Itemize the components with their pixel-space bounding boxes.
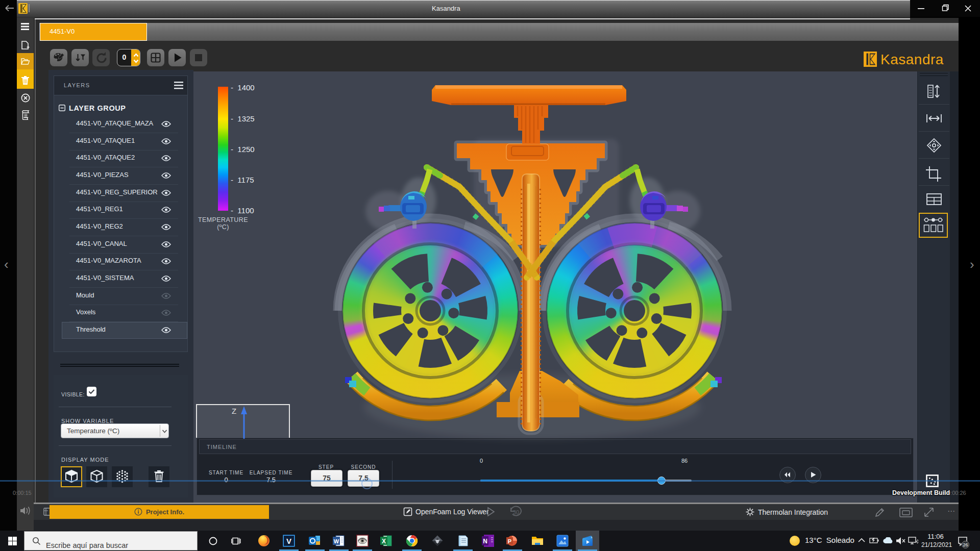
svg-text:P: P xyxy=(508,538,511,544)
svg-text:W: W xyxy=(334,538,339,544)
svg-text:N: N xyxy=(483,538,487,545)
svg-text:Kasandra: Kasandra xyxy=(880,52,944,67)
svg-text:V: V xyxy=(286,537,291,545)
svg-text:30: 30 xyxy=(513,509,519,515)
svg-text:X: X xyxy=(382,538,386,545)
